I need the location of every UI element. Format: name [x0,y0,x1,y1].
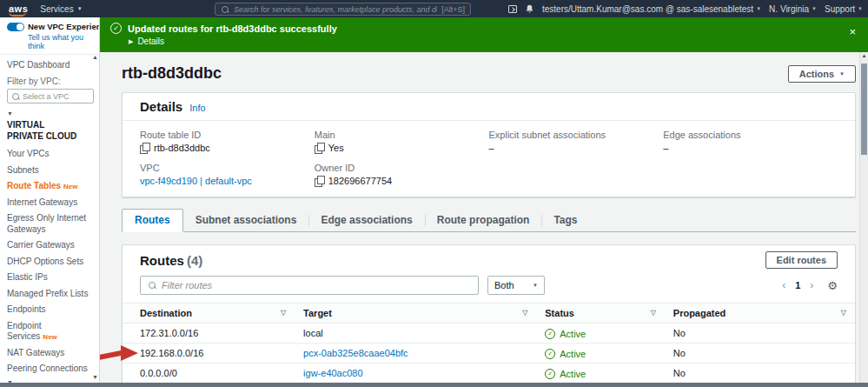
sort-icon[interactable]: ▽ [651,309,656,317]
sidebar-item-internet-gateways[interactable]: Internet Gateways [7,195,92,211]
support-menu[interactable]: Support ▼ [825,4,863,14]
field-vpc: VPC vpc-f49cd190 | default-vpc [140,163,315,186]
notifications-bell-icon[interactable] [525,4,534,14]
sidebar-item-egress-only-internet-gateways[interactable]: Egress Only Internet Gateways [7,210,92,237]
scroll-up-icon[interactable]: ▲ [860,53,868,58]
route-row-1[interactable]: 172.31.0.0/16 local ✓Active No [123,324,855,344]
field-edge-associations: Edge associations – [663,130,838,153]
internet-gateway-link[interactable]: igw-e40ac080 [303,368,363,378]
search-shortcut-hint: [Alt+S] [441,5,465,14]
sidebar-item-route-tables[interactable]: Route TablesNew [7,178,92,195]
sidebar-item-endpoints[interactable]: Endpoints [7,302,92,318]
routes-count: (4) [187,253,202,268]
routes-title: Routes [140,253,184,268]
account-menu[interactable]: testers/Uttam.Kumar@sas.com @ sas-salese… [542,4,761,14]
peering-connection-link[interactable]: pcx-0ab325e8caae04bfc [303,348,407,358]
sidebar-item-carrier-gateways[interactable]: Carrier Gateways [7,237,92,254]
prev-page-icon[interactable]: ‹ [782,279,785,291]
scrollbar-thumb[interactable] [861,63,867,155]
page-title: rtb-d8d3ddbc [122,64,222,83]
current-page[interactable]: 1 [795,280,800,290]
toggle-feedback-link[interactable]: Tell us what you think [28,33,94,50]
sidebar-scroll-up-icon[interactable]: ▲ [92,54,98,60]
sidebar-scroll-down-icon[interactable]: ▼ [92,374,98,380]
sidebar-item-endpoint-services[interactable]: Endpoint ServicesNew [7,318,92,345]
search-icon [11,92,20,101]
tab-route-propagation[interactable]: Route propagation [425,210,542,231]
global-search-box[interactable]: [Alt+S] [215,3,471,16]
copy-icon[interactable] [315,176,324,186]
routes-filter-input[interactable] [162,280,471,290]
sidebar-item-your-vpcs[interactable]: Your VPCs [7,146,92,163]
banner-details-label: Details [137,37,164,46]
chevron-down-icon: ▼ [839,71,845,77]
services-label: Services [40,4,73,14]
field-route-table-id: Route table ID rtb-d8d3ddbc [140,130,315,153]
column-header-target[interactable]: Target▽ [295,304,536,324]
new-badge: New [43,333,56,341]
copy-icon[interactable] [315,143,324,153]
section-collapse-icon[interactable]: ▼ [7,110,94,117]
toggle-knob [17,23,23,30]
tab-tags[interactable]: Tags [541,210,589,231]
new-experience-toggle[interactable] [7,23,24,31]
active-check-icon: ✓ [545,329,555,339]
main-content: ✓ Updated routes for rtb-d8d3ddbc succes… [100,17,868,387]
filter-by-vpc-label: Filter by VPC: [7,77,94,86]
close-icon[interactable]: × [849,25,856,38]
sort-icon[interactable]: ▽ [281,309,286,317]
bottom-scrollbar-strip[interactable] [0,383,868,387]
vertical-scrollbar[interactable]: ▲ [859,52,868,387]
column-header-propagated[interactable]: Propagated▽ [665,304,855,324]
active-check-icon: ✓ [545,349,555,359]
info-link[interactable]: Info [189,103,205,113]
vpc-filter-select[interactable]: Select a VPC [7,89,94,103]
sidebar-item-dhcp-options-sets[interactable]: DHCP Options Sets [7,254,92,270]
sidebar-item-managed-prefix-lists[interactable]: Managed Prefix Lists [7,286,92,303]
support-label: Support [825,4,855,14]
chevron-down-icon: ▼ [756,6,761,11]
vpc-link[interactable]: vpc-f49cd190 | default-vpc [140,176,252,186]
edit-routes-button[interactable]: Edit routes [765,251,838,269]
sidebar-item-elastic-ips[interactable]: Elastic IPs [7,270,92,286]
settings-gear-icon[interactable]: ⚙ [827,279,838,292]
column-header-destination[interactable]: Destination▽ [123,304,295,324]
table-header-row: Destination▽ Target▽ Status▽ Propagated▽ [123,304,855,324]
copy-icon[interactable] [140,143,149,153]
sort-icon[interactable]: ▽ [522,309,527,317]
account-label: testers/Uttam.Kumar@sas.com @ sas-salese… [542,4,753,14]
banner-message: Updated routes for rtb-d8d3ddbc successf… [128,23,337,34]
routes-filter-box[interactable] [140,276,479,295]
global-search-input[interactable] [234,5,437,14]
sidebar-item-subnets[interactable]: Subnets [7,163,92,179]
details-title: Details [140,99,182,114]
detail-tabs: Routes Subnet associations Edge associat… [122,209,856,232]
services-menu[interactable]: Services ▼ [40,4,82,14]
sidebar-item-vpc-dashboard[interactable]: VPC Dashboard [7,60,94,70]
tab-subnet-associations[interactable]: Subnet associations [183,210,309,231]
search-icon [221,5,229,14]
chevron-down-icon: ▼ [77,6,83,11]
region-menu[interactable]: N. Virginia ▼ [769,4,817,14]
tab-edge-associations[interactable]: Edge associations [308,210,424,231]
column-header-status[interactable]: Status▽ [536,304,665,324]
route-row-3[interactable]: 0.0.0.0/0 igw-e40ac080 ✓Active No [123,364,855,384]
routes-panel: Routes (4) Edit routes Both ▼ ‹ 1 [122,244,856,387]
top-navigation-bar: aws Services ▼ [Alt+S] testers/Uttam.Kum… [0,0,868,17]
status-badge: ✓Active [545,349,586,359]
route-row-2[interactable]: 192.168.0.0/16 pcx-0ab325e8caae04bfc ✓Ac… [123,344,855,364]
tab-routes[interactable]: Routes [122,209,183,232]
sidebar-item-peering-connections[interactable]: Peering Connections [7,361,92,377]
console-icon[interactable] [508,5,517,13]
topnav-right-group: testers/Uttam.Kumar@sas.com @ sas-salese… [508,0,863,17]
next-page-icon[interactable]: › [810,279,813,291]
actions-button[interactable]: Actions ▼ [788,65,856,83]
aws-logo[interactable]: aws [9,3,28,14]
sort-icon[interactable]: ▽ [841,309,846,317]
sidebar-item-nat-gateways[interactable]: NAT Gateways [7,345,92,362]
search-icon [148,281,156,290]
route-type-select[interactable]: Both ▼ [487,276,545,295]
sidebar-navigation: New VPC Experience Tell us what you thin… [0,17,100,387]
status-badge: ✓Active [545,369,586,379]
banner-details-toggle[interactable]: ▶ Details [129,37,858,46]
